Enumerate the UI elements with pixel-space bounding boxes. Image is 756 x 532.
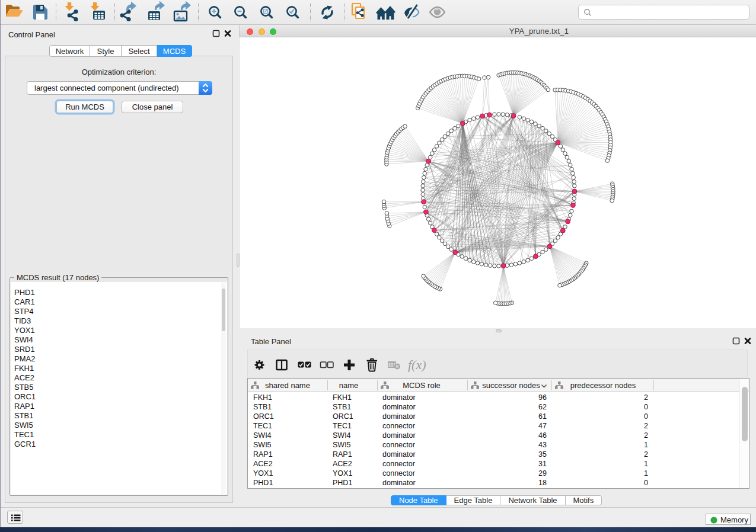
svg-text:f(x): f(x) bbox=[408, 357, 426, 372]
